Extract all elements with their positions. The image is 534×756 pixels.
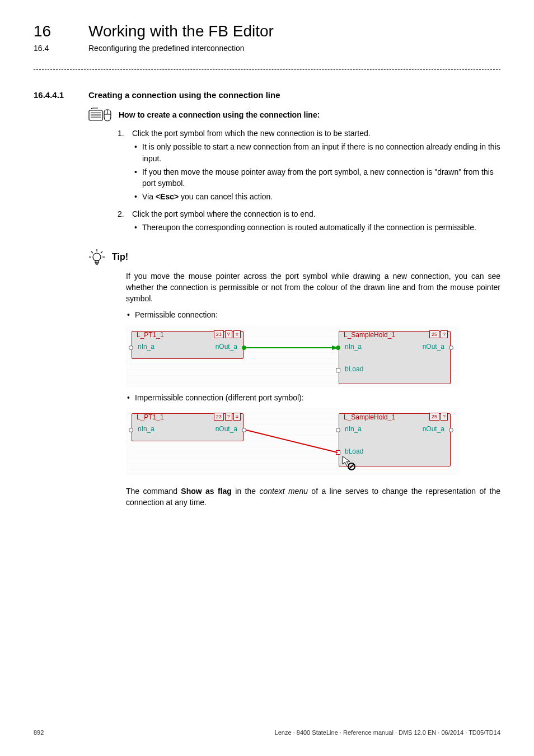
steps-list: Click the port symbol from which the new… (118, 128, 500, 233)
footer-paragraph: The command Show as flag in the context … (126, 486, 500, 508)
svg-line-9 (101, 251, 102, 253)
badge-help-2: ? (441, 330, 448, 338)
arrow-head-icon (332, 344, 340, 352)
mouse-procedure-icon (88, 108, 113, 122)
connection-line-green (246, 347, 337, 348)
connection-line-red (126, 408, 459, 475)
impermissible-label: Impermissible connection (different port… (126, 393, 500, 404)
tip-body-text: If you move the mouse pointer across the… (126, 271, 500, 304)
port-in-circle (129, 346, 133, 350)
step-1-sub-3: Via <Esc> you can cancel this action. (132, 191, 500, 202)
divider (34, 69, 500, 70)
lightbulb-icon (88, 249, 105, 265)
chapter-title: Working with the FB Editor (88, 22, 274, 40)
block-samplehold-title: L_SampleHold_1 (343, 331, 396, 339)
howto-heading: How to create a connection using the con… (119, 110, 320, 119)
step-2-sub-1: Thereupon the corresponding connection i… (132, 222, 500, 233)
chapter-number: 16 (34, 22, 67, 40)
port-nin-a-2: nIn_a (345, 343, 362, 351)
step-2-text: Click the port symbol where the connecti… (132, 209, 316, 218)
show-as-flag: Show as flag (181, 487, 232, 496)
step-1-sub-3-suffix: you can cancel this action. (179, 192, 273, 201)
port-nin-a: nIn_a (138, 343, 154, 351)
block-pt1: L_PT1_1 23 ? ≡ nIn_a nOut_a (132, 331, 243, 359)
footer-mid: in the (232, 487, 260, 496)
badge-23: 23 (214, 330, 224, 338)
badge-help: ? (225, 330, 232, 338)
port-nout-a: nOut_a (216, 343, 237, 351)
step-1-sub-1: It is only possible to start a new conne… (132, 141, 500, 164)
port-bload: bLoad (345, 365, 363, 373)
diagram-impermissible: L_PT1_1 23 ? ≡ nIn_a nOut_a L_SampleHold… (126, 408, 459, 475)
esc-key: <Esc> (156, 192, 179, 201)
block-pt1-title: L_PT1_1 (135, 331, 165, 339)
svg-point-12 (93, 253, 101, 261)
step-1-text: Click the port symbol from which the new… (132, 129, 371, 138)
svg-line-8 (91, 251, 93, 253)
diagram-permissible: L_PT1_1 23 ? ≡ nIn_a nOut_a L_SampleHold… (126, 325, 459, 387)
step-1-sub-3-prefix: Via (142, 192, 156, 201)
badge-menu: ≡ (233, 330, 241, 338)
subsection-number: 16.4.4.1 (34, 90, 72, 100)
subsection-title: Creating a connection using the connecti… (88, 90, 280, 100)
footer-prefix: The command (126, 487, 181, 496)
block-samplehold-badges: 25 ? (429, 330, 448, 338)
section-title: Reconfiguring the predefined interconnec… (88, 44, 245, 53)
permissible-label: Permissible connection: (126, 310, 500, 321)
port-bload-square (336, 368, 340, 372)
section-number: 16.4 (34, 44, 67, 53)
cursor-forbidden-icon (341, 455, 357, 471)
svg-line-20 (349, 464, 354, 469)
port-out-circle-2 (449, 346, 453, 350)
svg-rect-0 (89, 110, 102, 120)
svg-line-17 (246, 430, 338, 452)
port-nout-a-2: nOut_a (423, 343, 444, 351)
step-1-sub-2: If you then move the mouse pointer away … (132, 166, 500, 189)
context-menu: context menu (259, 487, 308, 496)
badge-25: 25 (429, 330, 439, 338)
page-number: 892 (34, 729, 44, 736)
block-samplehold: L_SampleHold_1 25 ? nIn_a nOut_a bLoad (339, 331, 451, 384)
block-pt1-badges: 23 ? ≡ (214, 330, 241, 338)
port-out-circle (242, 346, 246, 350)
tip-label: Tip! (112, 252, 128, 262)
svg-marker-16 (332, 346, 339, 350)
doc-info: Lenze · 8400 StateLine · Reference manua… (275, 729, 500, 736)
